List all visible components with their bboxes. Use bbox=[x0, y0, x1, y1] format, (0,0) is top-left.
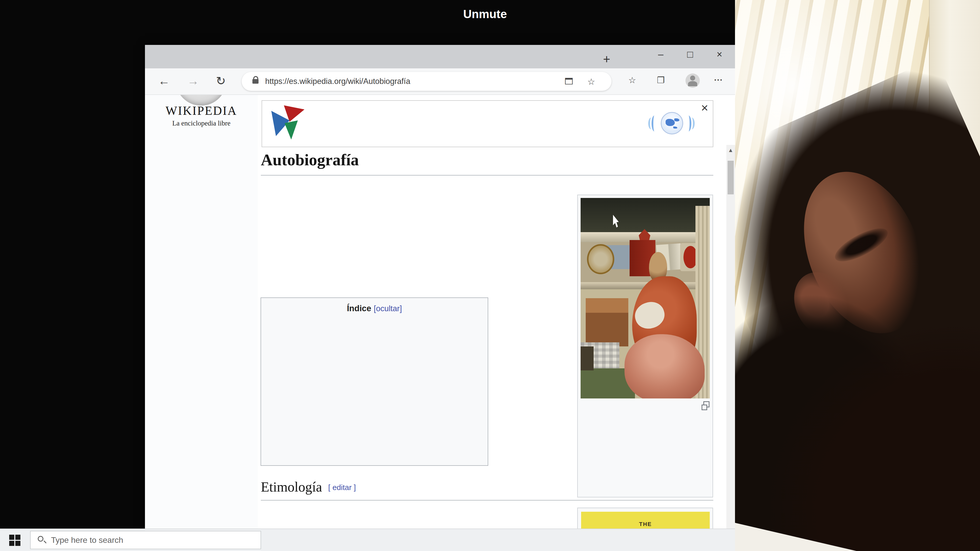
botticelli-painting[interactable] bbox=[581, 198, 710, 399]
add-favorite-icon[interactable]: ☆ bbox=[587, 76, 595, 87]
taskbar: Type here to search bbox=[0, 529, 735, 551]
thumbnail-box-san-agustin bbox=[577, 195, 713, 497]
page-content: WIKIPEDIA La enciclopedia libre × bbox=[145, 95, 735, 529]
forward-icon[interactable]: → bbox=[187, 74, 199, 88]
close-button[interactable]: × bbox=[713, 49, 726, 60]
collections-icon[interactable]: ❐ bbox=[657, 75, 665, 85]
minimize-button[interactable]: – bbox=[654, 49, 667, 60]
browser-window: + – □ × ← → ↻ https://es.wikipedia.org/w… bbox=[145, 45, 735, 529]
browser-toolbar: ← → ↻ https://es.wikipedia.org/wiki/Auto… bbox=[145, 68, 735, 95]
scroll-thumb[interactable] bbox=[728, 161, 734, 194]
wiki-sidebar: WIKIPEDIA La enciclopedia libre bbox=[145, 95, 258, 529]
section-heading: Etimología[ editar ] bbox=[261, 479, 356, 495]
magnify-icon[interactable] bbox=[703, 401, 710, 407]
title-rule bbox=[261, 175, 713, 176]
menu-ellipsis-icon[interactable]: ··· bbox=[714, 75, 723, 85]
favorites-icon[interactable]: ☆ bbox=[628, 75, 636, 85]
profile-avatar[interactable] bbox=[686, 73, 700, 88]
taskbar-search[interactable]: Type here to search bbox=[30, 531, 261, 549]
start-button[interactable] bbox=[9, 535, 21, 546]
back-icon[interactable]: ← bbox=[158, 74, 170, 88]
scrollbar[interactable]: ▲ bbox=[726, 145, 735, 529]
lock-icon bbox=[252, 79, 259, 84]
thumbnail-box-book: THE bbox=[577, 508, 713, 529]
banner-logo bbox=[271, 105, 304, 140]
wave-icon bbox=[686, 116, 691, 131]
table-of-contents: Índice[ocultar] bbox=[261, 297, 488, 466]
search-placeholder: Type here to search bbox=[51, 531, 123, 549]
wikinews-globe-icon bbox=[661, 112, 683, 135]
banner-close-icon[interactable]: × bbox=[701, 101, 708, 115]
read-aloud-icon[interactable]: 🗖 bbox=[565, 76, 573, 86]
wikipedia-wordmark: WIKIPEDIA bbox=[145, 103, 258, 118]
toc-hide-link[interactable]: [ocultar] bbox=[374, 304, 402, 313]
refresh-icon[interactable]: ↻ bbox=[216, 74, 226, 88]
url-bar[interactable]: https://es.wikipedia.org/wiki/Autobiogra… bbox=[242, 72, 611, 91]
unmute-button[interactable]: Unmute bbox=[463, 7, 507, 21]
new-tab-button[interactable]: + bbox=[603, 52, 610, 66]
scroll-up-icon[interactable]: ▲ bbox=[726, 147, 735, 154]
wave-icon bbox=[652, 116, 657, 131]
edit-link[interactable]: [ editar ] bbox=[328, 483, 356, 492]
article-main: × Autobiografía Índice[ocultar] Etimolog… bbox=[258, 95, 726, 529]
search-icon bbox=[38, 536, 43, 541]
maximize-button[interactable]: □ bbox=[683, 49, 697, 60]
article-title: Autobiografía bbox=[261, 151, 359, 169]
tab-bar: + – □ × bbox=[145, 45, 735, 68]
toc-title: Índice bbox=[347, 303, 371, 313]
book-cover-image[interactable]: THE bbox=[581, 512, 710, 529]
site-banner: × bbox=[262, 100, 713, 147]
wikipedia-tagline: La enciclopedia libre bbox=[145, 119, 258, 127]
url-text: https://es.wikipedia.org/wiki/Autobiogra… bbox=[265, 72, 410, 91]
webcam-overlay bbox=[735, 0, 980, 551]
section-rule bbox=[261, 500, 713, 500]
